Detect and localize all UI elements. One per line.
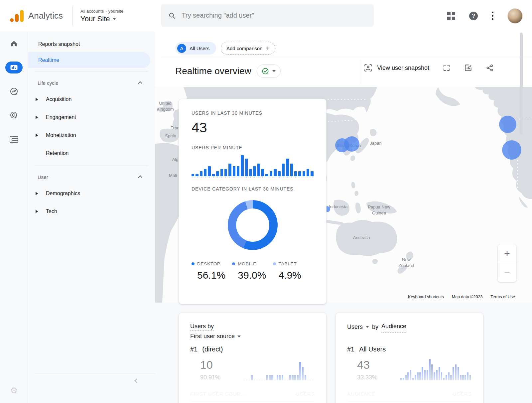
header-divider [162, 57, 532, 57]
sidebar-item-monetization[interactable]: Monetization [28, 126, 155, 144]
expand-arrow-icon [36, 134, 38, 137]
users-per-minute-label: USERS PER MINUTE [192, 145, 314, 150]
help-button[interactable]: ? [469, 12, 478, 20]
advertising-target-icon [10, 111, 18, 120]
map-zoom-control: + − [498, 244, 516, 282]
home-icon [10, 40, 18, 48]
audience-sparkline [400, 359, 471, 380]
users-metric-selector[interactable]: Users [347, 322, 363, 332]
map-label: Australia [353, 235, 370, 241]
expand-arrow-icon [36, 210, 38, 213]
sidebar-item-engagement[interactable]: Engagement [28, 108, 155, 126]
expand-arrow-icon [36, 116, 38, 119]
audience-dimension-selector[interactable]: Audience [381, 322, 406, 333]
sidebar-item-retention[interactable]: Retention [28, 144, 155, 162]
chevron-down-icon [237, 336, 241, 337]
sidebar-divider [35, 71, 148, 72]
logo-bar-tall [20, 10, 24, 22]
rail-reports-active[interactable] [0, 56, 28, 79]
map-label: Indonesia [329, 204, 347, 210]
keyboard-shortcuts-link[interactable]: Keyboard shortcuts [407, 294, 445, 300]
legend-mobile: MOBILE 39.0% [232, 261, 273, 281]
expand-arrow-icon [36, 98, 38, 101]
page-title: Realtime overview [175, 66, 251, 76]
toolbar-divider [361, 60, 361, 84]
header-divider [72, 7, 72, 25]
nav-label: Engagement [46, 114, 76, 120]
chevron-up-icon [138, 175, 142, 180]
add-comparison-label: Add comparison [226, 46, 262, 51]
fullscreen-button[interactable] [443, 64, 451, 72]
navigation-rail: ⚙ [0, 32, 28, 403]
rank-number: #1 [347, 345, 354, 353]
map-label: Mali [169, 173, 177, 179]
global-search [161, 4, 374, 27]
property-selector[interactable]: Your Site [80, 15, 123, 23]
mobile-legend-dot [232, 262, 235, 265]
users-30min-value: 43 [192, 120, 314, 136]
sidebar-divider [35, 166, 148, 166]
report-header-band: A All Users Add comparison + Realtime ov… [155, 32, 532, 87]
sidebar-item-tech[interactable]: Tech [28, 202, 155, 220]
view-user-snapshot-button[interactable]: View user snapshot [364, 64, 429, 72]
share-report-button[interactable] [486, 64, 494, 72]
map-zoom-out-button[interactable]: − [498, 263, 516, 282]
all-users-audience-chip[interactable]: A All Users [175, 42, 216, 55]
google-apps-button[interactable] [447, 12, 455, 20]
rail-home[interactable] [0, 32, 28, 56]
sidebar-item-realtime[interactable]: Realtime [28, 52, 150, 68]
dimension-column-header: AUDIENCE [347, 391, 376, 397]
metric-value: 10 [200, 358, 243, 371]
terms-of-use-link[interactable]: Terms of Use [489, 294, 516, 300]
more-options-button[interactable] [492, 12, 493, 20]
share-icon [486, 64, 494, 72]
section-label: User [38, 174, 48, 180]
customize-report-button[interactable] [464, 64, 472, 72]
map-label: Spain [165, 133, 176, 139]
fullscreen-icon [443, 64, 451, 72]
logo-dot [10, 18, 14, 22]
users-by-metric-selector[interactable]: Users by [190, 323, 214, 331]
sidebar-section-life-cycle[interactable]: Life cycle [28, 75, 155, 90]
nav-label: Demographics [46, 191, 80, 197]
device-category-donut-chart [228, 200, 278, 250]
breadcrumb[interactable]: All accounts › yoursite [80, 9, 123, 14]
sidebar-item-acquisition[interactable]: Acquisition [28, 90, 155, 108]
plus-icon: + [266, 45, 270, 52]
first-user-source-dimension-selector[interactable]: First user source [190, 332, 315, 341]
page-scrollbar[interactable] [520, 33, 523, 135]
users-by-audience-card: Users by Audience #1 All Users 43 33.33%… [335, 313, 483, 403]
legend-desktop: DESKTOP 56.1% [192, 261, 232, 281]
collapse-sidebar-button[interactable] [133, 377, 141, 385]
top-item-name: All Users [359, 345, 386, 353]
rail-library[interactable] [0, 127, 28, 151]
card-title: Users by Audience [347, 322, 472, 343]
google-analytics-logo[interactable] [10, 10, 24, 22]
app-header: Analytics All accounts › yoursite Your S… [0, 0, 532, 32]
rail-explore[interactable] [0, 79, 28, 103]
table-divider [190, 401, 315, 402]
sidebar-item-reports-snapshot[interactable]: Reports snapshot [28, 36, 155, 52]
nav-label: Acquisition [46, 96, 71, 102]
legend-tablet: TABLET 4.9% [273, 261, 314, 281]
add-comparison-button[interactable]: Add comparison + [221, 42, 275, 55]
by-label: by [372, 322, 378, 332]
admin-gear-icon[interactable]: ⚙ [0, 385, 28, 396]
map-zoom-in-button[interactable]: + [498, 244, 516, 263]
desktop-legend-label: DESKTOP [197, 261, 220, 266]
metric-value: 43 [357, 358, 400, 371]
search-input[interactable] [182, 12, 366, 19]
sidebar-section-user[interactable]: User [28, 169, 155, 185]
breadcrumb-site: yoursite [108, 9, 124, 14]
breadcrumb-accounts: All accounts [80, 9, 104, 14]
users-30min-label: USERS IN LAST 30 MINUTES [192, 110, 314, 116]
account-avatar[interactable] [507, 8, 523, 24]
sidebar-item-demographics[interactable]: Demographics [28, 185, 155, 202]
reports-icon [5, 62, 23, 73]
data-status-dropdown[interactable] [257, 65, 281, 78]
active-users-map-marker [499, 116, 516, 133]
top-item-name: (direct) [202, 345, 223, 353]
rail-advertising[interactable] [0, 103, 28, 127]
device-category-label: DEVICE CATEGORY IN LAST 30 MINUTES [192, 186, 314, 192]
section-label: Life cycle [38, 80, 59, 86]
